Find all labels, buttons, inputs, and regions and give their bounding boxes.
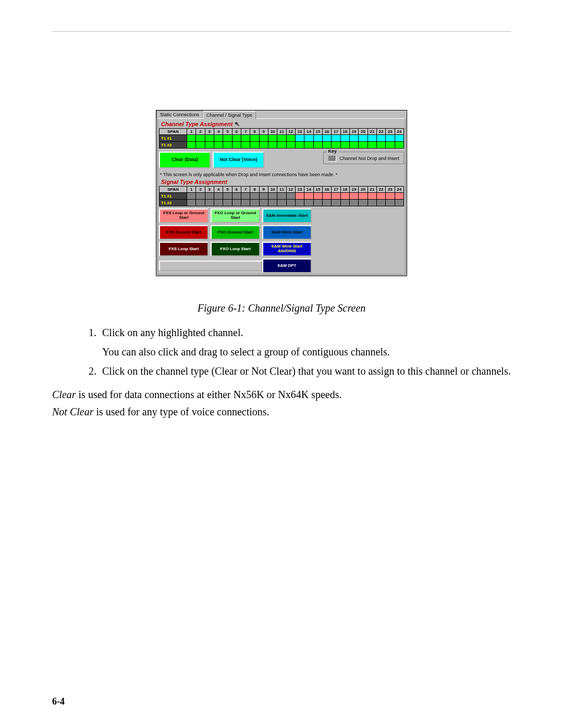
cell[interactable] — [187, 142, 196, 149]
cell[interactable] — [332, 135, 340, 142]
cell[interactable] — [268, 135, 277, 142]
cell[interactable] — [277, 200, 286, 206]
cell[interactable] — [359, 193, 368, 200]
cell[interactable] — [386, 200, 395, 206]
cell[interactable] — [232, 142, 241, 149]
cell[interactable] — [259, 193, 268, 200]
fxs-loop-ground-start-button[interactable]: FXS Loop or Ground Start — [159, 208, 209, 223]
cell[interactable] — [232, 135, 241, 142]
cell[interactable] — [250, 142, 259, 149]
cell[interactable] — [241, 193, 250, 200]
cell[interactable] — [322, 193, 331, 200]
cell[interactable] — [386, 193, 395, 200]
cell[interactable] — [214, 193, 223, 200]
cell[interactable] — [340, 200, 349, 206]
cell[interactable] — [223, 135, 232, 142]
tab-channel-signal-type[interactable]: Channel / Signal Type — [203, 111, 256, 119]
cell[interactable] — [368, 142, 376, 149]
cell[interactable] — [196, 142, 205, 149]
cell[interactable] — [313, 200, 322, 206]
clear-data-button[interactable]: Clear (Data) — [159, 152, 211, 168]
cell[interactable] — [395, 142, 403, 149]
cell[interactable] — [295, 193, 304, 200]
cell[interactable] — [277, 193, 286, 200]
cell[interactable] — [368, 135, 376, 142]
cell[interactable] — [395, 200, 403, 206]
cell[interactable] — [340, 142, 349, 149]
cell[interactable] — [241, 200, 250, 206]
cell[interactable] — [295, 135, 304, 142]
cell[interactable] — [187, 135, 196, 142]
cell[interactable] — [376, 135, 385, 142]
cell[interactable] — [205, 193, 214, 200]
cell[interactable] — [286, 142, 295, 149]
cell[interactable] — [313, 135, 322, 142]
cell[interactable] — [359, 142, 368, 149]
cell[interactable] — [304, 142, 313, 149]
cell[interactable] — [214, 200, 223, 206]
cell[interactable] — [268, 193, 277, 200]
cell[interactable] — [250, 200, 259, 206]
cell[interactable] — [376, 200, 385, 206]
cell[interactable] — [196, 135, 205, 142]
cell[interactable] — [349, 135, 358, 142]
cell[interactable] — [386, 135, 395, 142]
cell[interactable] — [259, 200, 268, 206]
cell[interactable] — [322, 200, 331, 206]
cell[interactable] — [232, 200, 241, 206]
cell[interactable] — [214, 135, 223, 142]
cell[interactable] — [376, 193, 385, 200]
cell[interactable] — [304, 200, 313, 206]
cell[interactable] — [223, 200, 232, 206]
cell[interactable] — [250, 193, 259, 200]
cell[interactable] — [205, 135, 214, 142]
cell[interactable] — [286, 135, 295, 142]
cell[interactable] — [259, 135, 268, 142]
cell[interactable] — [386, 142, 395, 149]
cell[interactable] — [332, 193, 340, 200]
cell[interactable] — [395, 193, 403, 200]
cell[interactable] — [223, 142, 232, 149]
em-wink-start-anidnis-button[interactable]: E&M Wink Start ANI/DNIS — [262, 242, 312, 256]
not-clear-voice-button[interactable]: Not Clear (Voice) — [213, 152, 264, 168]
cell[interactable] — [250, 135, 259, 142]
em-immediate-start-button[interactable]: E&M Immediate Start — [262, 208, 312, 223]
fxs-loop-start-button[interactable]: FXS Loop Start — [159, 242, 209, 256]
cell[interactable] — [205, 142, 214, 149]
cell[interactable] — [241, 142, 250, 149]
fxs-ground-start-button[interactable]: FXS Ground Start — [159, 225, 209, 240]
cell[interactable] — [313, 193, 322, 200]
cell[interactable] — [359, 200, 368, 206]
cell[interactable] — [268, 142, 277, 149]
cell[interactable] — [304, 193, 313, 200]
cell[interactable] — [187, 200, 196, 206]
cell[interactable] — [340, 193, 349, 200]
fxo-loop-ground-start-button[interactable]: FXO Loop or Ground Start — [211, 208, 260, 223]
cell[interactable] — [232, 193, 241, 200]
em-dpt-button[interactable]: E&M DPT — [262, 258, 312, 273]
cell[interactable] — [322, 142, 331, 149]
cell[interactable] — [196, 200, 205, 206]
cell[interactable] — [241, 135, 250, 142]
tab-static-connections[interactable]: Static Connections — [156, 110, 203, 118]
cell[interactable] — [349, 200, 358, 206]
cell[interactable] — [349, 142, 358, 149]
cell[interactable] — [205, 200, 214, 206]
cell[interactable] — [277, 135, 286, 142]
cell[interactable] — [313, 142, 322, 149]
cell[interactable] — [223, 193, 232, 200]
cell[interactable] — [395, 135, 403, 142]
cell[interactable] — [340, 135, 349, 142]
cell[interactable] — [359, 135, 368, 142]
fxo-ground-start-button[interactable]: FXO Ground Start — [211, 225, 260, 240]
cell[interactable] — [277, 142, 286, 149]
cell[interactable] — [214, 142, 223, 149]
cell[interactable] — [376, 142, 385, 149]
em-wink-start-button[interactable]: E&M Wink Start — [262, 225, 312, 240]
cell[interactable] — [268, 200, 277, 206]
cell[interactable] — [187, 193, 196, 200]
cell[interactable] — [332, 200, 340, 206]
cell[interactable] — [368, 200, 376, 206]
cell[interactable] — [322, 135, 331, 142]
cell[interactable] — [332, 142, 340, 149]
